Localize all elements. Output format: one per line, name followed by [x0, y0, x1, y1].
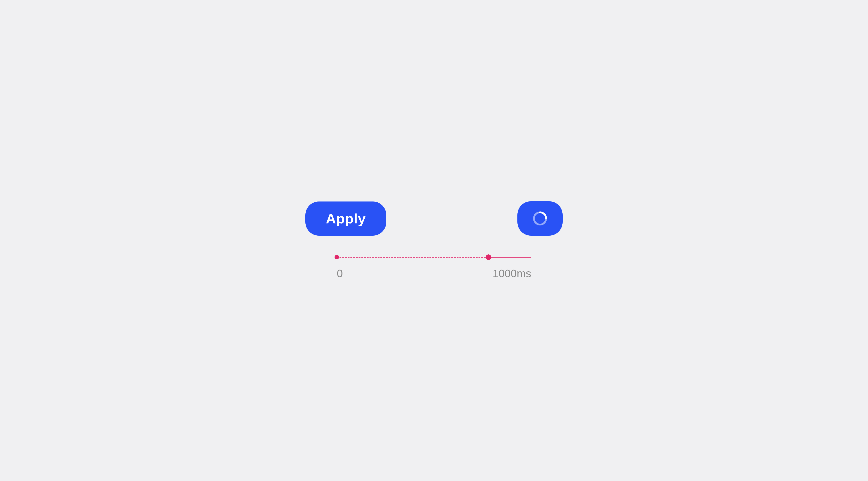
refresh-icon — [532, 210, 548, 227]
main-container: Apply 0 1000ms — [305, 201, 562, 280]
slider-thumb[interactable] — [486, 254, 491, 260]
slider-track[interactable] — [337, 254, 531, 261]
slider-solid-track — [489, 257, 531, 258]
slider-max-label: 1000ms — [493, 267, 531, 280]
slider-labels: 0 1000ms — [337, 267, 531, 280]
slider-dashed-track — [337, 257, 489, 258]
slider-section: 0 1000ms — [337, 254, 531, 280]
slider-start-dot — [335, 255, 339, 260]
buttons-row: Apply — [305, 201, 562, 236]
slider-min-label: 0 — [337, 267, 343, 280]
refresh-button[interactable] — [518, 201, 563, 236]
apply-button[interactable]: Apply — [305, 202, 386, 236]
